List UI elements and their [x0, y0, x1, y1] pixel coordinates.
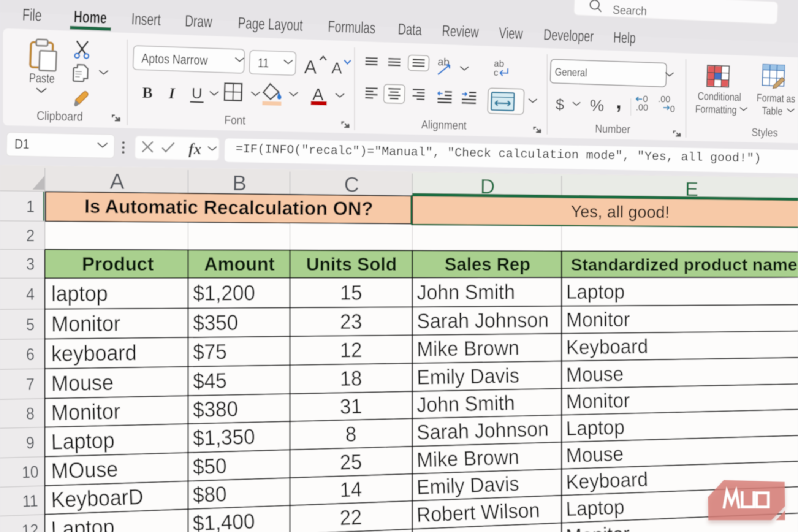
svg-text:fx: fx	[188, 140, 202, 158]
svg-text:12: 12	[22, 521, 39, 532]
svg-text:Mike Brown: Mike Brown	[416, 445, 519, 471]
svg-text:Search: Search	[613, 3, 647, 17]
svg-text:Number: Number	[595, 122, 630, 136]
svg-text:Review: Review	[442, 22, 479, 41]
svg-text:4: 4	[26, 285, 35, 304]
svg-text:7: 7	[26, 375, 35, 394]
svg-text:Help: Help	[613, 29, 636, 46]
svg-text:Laptop: Laptop	[566, 280, 625, 303]
svg-text:$75: $75	[193, 339, 227, 364]
svg-text:3: 3	[26, 255, 35, 273]
svg-text:Conditional: Conditional	[698, 90, 741, 103]
svg-text:Developer: Developer	[543, 26, 594, 45]
svg-text:Mike Brown: Mike Brown	[416, 336, 519, 360]
svg-text:Product: Product	[82, 253, 154, 275]
svg-text:Yes, all good!: Yes, all good!	[571, 202, 670, 221]
svg-text:11: 11	[22, 491, 38, 511]
svg-text:Aptos Narrow: Aptos Narrow	[141, 51, 208, 68]
svg-text:14: 14	[339, 477, 362, 502]
svg-text:KeyboarD: KeyboarD	[51, 484, 144, 512]
svg-text:Styles: Styles	[751, 126, 778, 139]
svg-text:1: 1	[26, 197, 35, 216]
svg-text:Mouse: Mouse	[565, 442, 624, 467]
svg-text:U: U	[192, 85, 203, 101]
svg-text:View: View	[499, 24, 523, 43]
svg-text:$1,200: $1,200	[193, 281, 255, 305]
svg-text:$50: $50	[192, 454, 227, 479]
svg-text:A: A	[331, 59, 342, 77]
svg-text:Monitor: Monitor	[51, 311, 121, 336]
svg-text:$80: $80	[192, 481, 227, 507]
svg-text:Keyboard: Keyboard	[565, 468, 648, 493]
svg-text:$350: $350	[193, 310, 239, 335]
svg-text:Draw: Draw	[185, 11, 213, 31]
svg-text:A: A	[312, 85, 324, 104]
svg-text:A: A	[304, 56, 317, 78]
svg-text:B: B	[142, 84, 153, 101]
svg-text:18: 18	[340, 366, 362, 390]
svg-text:Monitor: Monitor	[566, 308, 630, 331]
svg-text:11: 11	[258, 55, 269, 70]
svg-text:$45: $45	[193, 368, 227, 393]
svg-text:Monitor: Monitor	[566, 389, 630, 413]
svg-text:Sales Rep: Sales Rep	[445, 254, 530, 274]
svg-text:Sarah Johnson: Sarah Johnson	[416, 417, 549, 444]
svg-text:A: A	[110, 169, 125, 193]
svg-text:Mouse: Mouse	[566, 362, 624, 386]
svg-text:B: B	[232, 171, 247, 195]
svg-text:keyboard: keyboard	[51, 340, 137, 366]
svg-text:0: 0	[670, 104, 675, 114]
svg-text:Emily Davis: Emily Davis	[416, 364, 519, 388]
svg-text:31: 31	[340, 394, 362, 418]
svg-text:Laptop: Laptop	[51, 514, 115, 532]
svg-text:.00: .00	[658, 94, 670, 104]
svg-text:Laptop: Laptop	[51, 428, 115, 454]
svg-text:Is Automatic Recalculation ON?: Is Automatic Recalculation ON?	[84, 196, 373, 220]
svg-text:6: 6	[26, 345, 35, 364]
svg-text:Formulas: Formulas	[328, 17, 376, 37]
svg-text:23: 23	[340, 309, 363, 333]
svg-text:8: 8	[26, 404, 35, 423]
svg-text:John Smith: John Smith	[416, 391, 515, 416]
svg-text:9: 9	[26, 433, 35, 452]
svg-text:Emily Davis: Emily Davis	[416, 472, 519, 499]
svg-text:Formatting: Formatting	[695, 103, 737, 116]
svg-text:5: 5	[26, 315, 35, 334]
svg-text:Page Layout: Page Layout	[238, 14, 303, 34]
svg-text:10: 10	[22, 462, 39, 481]
svg-text:15: 15	[340, 280, 362, 304]
svg-text:Paste: Paste	[29, 71, 55, 86]
svg-text:2: 2	[26, 226, 35, 245]
svg-text:MOuse: MOuse	[51, 457, 118, 483]
svg-text:laptop: laptop	[51, 281, 108, 306]
svg-text:Standardized product names: Standardized product names	[571, 255, 798, 274]
svg-text:Sarah Johnson: Sarah Johnson	[417, 308, 549, 332]
svg-text:,: ,	[616, 88, 622, 113]
svg-text:Amount: Amount	[204, 253, 275, 274]
svg-text:22: 22	[339, 505, 362, 529]
svg-text:Font: Font	[224, 113, 246, 127]
svg-text:Laptop: Laptop	[566, 415, 625, 440]
svg-text:Laptop: Laptop	[565, 495, 625, 520]
svg-text:Mouse: Mouse	[51, 370, 114, 396]
svg-text:.00: .00	[636, 102, 648, 112]
svg-text:25: 25	[339, 450, 362, 473]
svg-text:Monitor: Monitor	[51, 399, 121, 425]
svg-text:c: c	[494, 67, 499, 78]
svg-text:Insert: Insert	[131, 10, 162, 29]
svg-text:$: $	[556, 95, 565, 113]
svg-text:Alignment: Alignment	[421, 118, 467, 132]
svg-text:Home: Home	[73, 7, 107, 27]
svg-text:Table: Table	[762, 104, 783, 117]
svg-text:$1,350: $1,350	[193, 424, 255, 450]
svg-text:Clipboard: Clipboard	[36, 108, 83, 124]
svg-text:D1: D1	[14, 136, 30, 152]
svg-text:Data: Data	[397, 20, 422, 38]
svg-text:$1,400: $1,400	[192, 509, 255, 532]
svg-text:Units Sold: Units Sold	[306, 254, 397, 274]
svg-text:12: 12	[340, 338, 362, 361]
svg-text:$380: $380	[193, 397, 238, 422]
svg-text:File: File	[22, 5, 42, 24]
svg-text:General: General	[555, 65, 587, 79]
svg-text:8: 8	[345, 422, 357, 445]
